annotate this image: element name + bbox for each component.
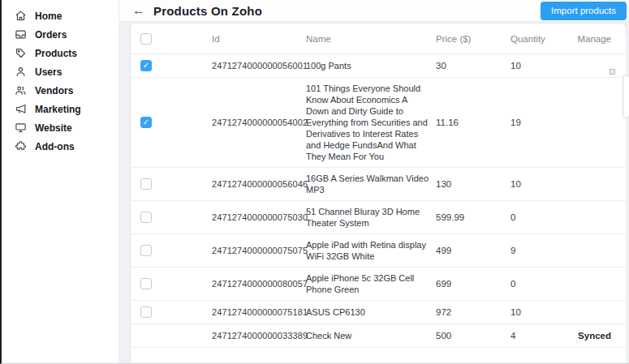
sidebar-item-vendors[interactable]: Vendors [2,81,118,100]
row-checkbox[interactable] [140,245,152,256]
sidebar-item-label: Vendors [35,85,73,96]
table-row: 2471274000000033389Check New5004Synced [131,324,626,348]
column-header-manage: Manage [566,34,626,44]
row-checkbox[interactable] [140,306,152,318]
sidebar-item-website[interactable]: Website [2,118,118,137]
product-name-cell: 100g Pants [306,60,436,71]
row-checkbox[interactable] [140,212,152,223]
product-name-cell: Apple iPhone 5c 32GB Cell Phone Green [306,272,436,295]
product-price-cell: 499 [436,246,511,255]
table-row: 2471274000000075181ASUS CP613097210 [131,301,626,324]
product-price-cell: 972 [436,307,511,317]
row-checkbox[interactable] [140,60,152,71]
sidebar-item-home[interactable]: Home [2,6,118,25]
page-title: Products On Zoho [153,4,262,18]
product-id-cell: 2471274000000033389 [212,331,306,340]
product-price-cell: 599.99 [436,212,511,222]
sidebar: HomeOrdersProductsUsersVendorsMarketingW… [2,0,119,363]
sidebar-item-label: Orders [35,29,67,41]
sidebar-item-label: Home [35,11,62,22]
product-id-cell: 2471274000000075030 [212,212,306,222]
content-area: Id Name Price ($) Quantity Manage 247127… [119,21,629,363]
column-header-price: Price ($) [436,34,511,44]
product-price-cell: 130 [436,179,511,189]
sidebar-item-label: Marketing [35,104,81,115]
column-header-id: Id [212,34,306,44]
product-quantity-cell: 19 [511,118,566,127]
orders-inbox-icon [14,28,28,41]
product-id-cell: 2471274000000054002 [212,118,306,127]
megaphone-icon [14,102,28,116]
row-checkbox-cell [131,245,212,256]
table-row: 2471274000000080057Apple iPhone 5c 32GB … [131,268,626,301]
product-quantity-cell: 10 [511,61,566,71]
user-icon [14,65,28,79]
header-checkbox-cell [131,33,212,45]
product-name-cell: Apple iPad with Retina display WiFi 32GB… [306,239,436,262]
product-quantity-cell: 4 [511,331,566,340]
app-window: HomeOrdersProductsUsersVendorsMarketingW… [2,0,629,363]
sidebar-item-add-ons[interactable]: Add-ons [2,137,118,156]
sidebar-item-orders[interactable]: Orders [2,25,118,44]
sidebar-item-users[interactable]: Users [2,62,118,81]
product-price-cell: 30 [436,61,511,71]
product-manage-cell: Synced [566,331,626,340]
puzzle-icon [14,139,28,153]
sidebar-item-products[interactable]: Products [2,44,118,62]
table-row: 2471274000000056001100g Pants3010 [131,54,626,78]
table-row: 247127400000005604616GB A Series Walkman… [131,168,626,201]
sidebar-item-label: Add-ons [35,141,75,152]
sidebar-item-label: Products [35,48,77,59]
home-icon [14,9,28,23]
product-id-cell: 2471274000000075181 [212,307,306,317]
back-arrow-icon[interactable]: ← [132,4,145,17]
sidebar-item-label: Website [35,122,72,134]
product-id-cell: 2471274000000080057 [212,279,306,289]
product-name-cell: ASUS CP6130 [306,306,436,318]
table-row: 2471274000000075075Apple iPad with Retin… [131,234,626,268]
product-id-cell: 2471274000000075075 [212,246,306,255]
table-row: 247127400000007503051 Channel Bluray 3D … [131,201,626,234]
product-id-cell: 2471274000000056001 [212,61,306,71]
row-checkbox-cell [131,278,212,289]
row-checkbox[interactable] [140,117,152,128]
monitor-icon [14,121,28,135]
product-price-cell: 500 [436,331,511,340]
column-header-quantity: Quantity [511,34,566,44]
product-price-cell: 699 [436,279,511,289]
scrollbar-thumb[interactable] [623,75,629,118]
table-header-row: Id Name Price ($) Quantity Manage [131,24,626,54]
row-checkbox-cell [131,212,212,223]
product-name-cell: Check New [306,330,436,341]
column-header-name: Name [306,33,436,45]
product-quantity-cell: 9 [511,246,566,255]
vendors-people-icon [14,84,28,97]
product-price-cell: 11.16 [436,118,511,127]
product-quantity-cell: 10 [511,179,566,189]
table-body: 2471274000000056001100g Pants30102471274… [131,54,626,348]
row-checkbox[interactable] [140,178,152,190]
sidebar-item-label: Users [35,66,62,78]
row-checkbox-cell [131,306,212,318]
product-quantity-cell: 10 [511,307,566,317]
row-checkbox-cell [131,60,212,71]
row-checkbox[interactable] [140,278,152,289]
import-products-button[interactable]: Import products [541,2,627,20]
product-tag-icon [14,46,28,60]
product-name-cell: 16GB A Series Walkman Video MP3 [306,173,436,195]
row-checkbox-cell [131,117,212,128]
sidebar-item-marketing[interactable]: Marketing [2,100,118,118]
product-name-cell: 51 Channel Bluray 3D Home Theater System [306,206,436,229]
row-checkbox-cell [131,178,212,190]
product-quantity-cell: 0 [511,212,566,222]
table-row: 2471274000000054002101 Things Everyone S… [131,78,626,168]
product-id-cell: 2471274000000056046 [212,179,306,189]
select-all-checkbox[interactable] [140,33,152,45]
column-settings-icon[interactable] [610,69,615,75]
product-name-cell: 101 Things Everyone Should Know About Ec… [306,83,436,162]
product-quantity-cell: 0 [511,279,566,289]
page-header: ← Products On Zoho Import products [119,0,629,21]
products-table-card: Id Name Price ($) Quantity Manage 247127… [130,23,627,363]
main-area: ← Products On Zoho Import products Id Na… [119,0,629,363]
